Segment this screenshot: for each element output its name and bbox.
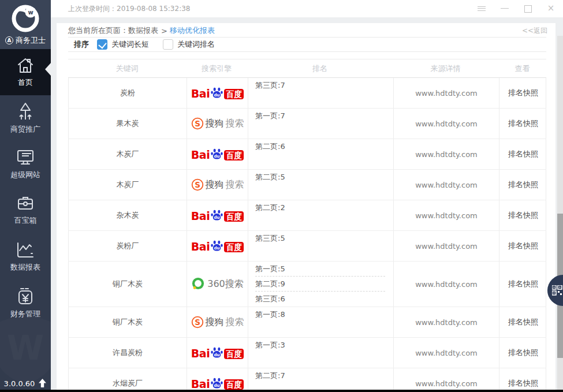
- maximize-icon[interactable]: [524, 5, 532, 13]
- logo-letter: w: [28, 9, 33, 16]
- rank-value: 第三页:7: [255, 78, 385, 93]
- table-row: 水烟炭厂Baidu百度第二页:7www.hdtdty.com排名快照: [68, 368, 546, 392]
- snapshot-link[interactable]: 排名快照: [499, 109, 547, 139]
- table-row: 许昌炭粉Baidu百度第一页:3www.hdtdty.com排名快照: [68, 338, 546, 368]
- qrcode-icon: [552, 285, 562, 296]
- table-row: 炭粉Baidu百度第三页:7www.hdtdty.com排名快照: [68, 78, 546, 109]
- close-icon[interactable]: ×: [547, 5, 555, 13]
- baidu-logo-icon: Baidu百度: [191, 239, 244, 253]
- snapshot-link[interactable]: 排名快照: [499, 338, 547, 368]
- rank-cell: 第一页:3: [248, 338, 393, 368]
- last-login-time: 上次登录时间：2019-08-08 15:32:38: [68, 4, 190, 14]
- sidebar-item-6[interactable]: 财务管理: [0, 280, 51, 326]
- rank-value: 第三页:6: [255, 292, 385, 307]
- keyword-cell: 木炭厂: [69, 139, 187, 169]
- rank-cell: 第三页:5: [248, 231, 393, 261]
- sort-option-2[interactable]: 关键词排名: [163, 39, 215, 50]
- rank-cell: 第二页:5: [248, 170, 393, 200]
- engine-cell: Baidu百度: [187, 78, 248, 108]
- snapshot-link[interactable]: 排名快照: [499, 78, 547, 108]
- rank-cell: 第三页:7: [248, 78, 393, 108]
- menu-icon[interactable]: [478, 5, 486, 13]
- sogou-logo-icon: S搜狗搜索: [191, 117, 244, 130]
- sidebar-nav: 首页商贸推广超级网站百宝箱数据报表财务管理: [0, 49, 51, 326]
- keyword-cell: 杂木炭: [69, 200, 187, 230]
- column-header-5: 查看: [498, 64, 546, 74]
- source-cell: www.hdtdty.com: [393, 170, 499, 200]
- engine-cell: Baidu百度: [187, 139, 248, 169]
- sidebar-item-label: 首页: [18, 77, 33, 88]
- breadcrumb-current-link[interactable]: 移动优化报表: [170, 25, 215, 36]
- sogou-logo-icon: S搜狗搜索: [191, 316, 244, 328]
- keyword-cell: 炭粉: [69, 78, 187, 108]
- table-row: 果木炭S搜狗搜索第一页:7www.hdtdty.com排名快照: [68, 109, 546, 139]
- home-icon: [16, 57, 35, 74]
- engine-cell: S搜狗搜索: [187, 307, 248, 337]
- breadcrumb: 您当前所在页面：数据报表 > 移动优化报表 <<返回: [57, 23, 555, 37]
- checkbox-unchecked-icon[interactable]: [163, 39, 173, 50]
- customer-service-button[interactable]: [547, 275, 563, 306]
- sidebar-item-label: 百宝箱: [14, 215, 37, 226]
- sidebar-item-1[interactable]: 首页: [0, 49, 51, 95]
- engine-cell: S搜狗搜索: [187, 109, 248, 139]
- column-header-3: 排名: [247, 64, 393, 74]
- snapshot-link[interactable]: 排名快照: [499, 231, 547, 261]
- sidebar-item-5[interactable]: 数据报表: [0, 234, 51, 280]
- minimize-icon[interactable]: [501, 5, 509, 13]
- engine-cell: Baidu百度: [187, 200, 248, 230]
- snapshot-link[interactable]: 排名快照: [499, 307, 547, 337]
- bottom-edge: [0, 390, 563, 392]
- snapshot-link[interactable]: 排名快照: [499, 170, 547, 200]
- baidu-logo-icon: Baidu百度: [191, 346, 244, 360]
- snapshot-link[interactable]: 排名快照: [499, 262, 547, 307]
- sidebar-logo-section: w A 商务卫士: [0, 0, 51, 49]
- content-panel: 您当前所在页面：数据报表 > 移动优化报表 <<返回 排序 关键词长短关键词排名…: [57, 23, 555, 392]
- sidebar: w A 商务卫士 首页商贸推广超级网站百宝箱数据报表财务管理 W 3.0.0.6…: [0, 0, 51, 392]
- rank-cell: 第二页:6: [248, 139, 393, 169]
- rank-value: 第二页:7: [255, 368, 385, 383]
- svg-text:du: du: [214, 154, 220, 159]
- snapshot-link[interactable]: 排名快照: [499, 139, 547, 169]
- upgrade-arrow-icon[interactable]: [38, 379, 47, 388]
- rank-cell: 第二页:7: [248, 368, 393, 392]
- svg-text:S: S: [195, 180, 200, 189]
- rank-cell: 第一页:8: [248, 307, 393, 337]
- svg-text:du: du: [214, 245, 220, 251]
- back-link[interactable]: <<返回: [522, 26, 547, 36]
- keyword-cell: 木炭厂: [69, 170, 187, 200]
- snapshot-link[interactable]: 排名快照: [499, 200, 547, 230]
- keyword-cell: 果木炭: [69, 109, 187, 139]
- website-icon: [16, 149, 35, 166]
- source-cell: www.hdtdty.com: [393, 307, 499, 337]
- sidebar-item-4[interactable]: 百宝箱: [0, 188, 51, 234]
- rank-cell: 第一页:7: [248, 109, 393, 139]
- column-header-4: 来源详情: [393, 64, 498, 74]
- breadcrumb-prefix: 您当前所在页面：数据报表: [68, 25, 158, 36]
- source-cell: www.hdtdty.com: [393, 368, 499, 392]
- sidebar-item-2[interactable]: 商贸推广: [0, 95, 51, 141]
- keyword-cell: 水烟炭厂: [69, 368, 187, 392]
- rank-value: 第二页:5: [255, 170, 385, 185]
- breadcrumb-separator: >: [161, 27, 167, 35]
- rank-cell: 第二页:2: [248, 200, 393, 230]
- brand-badge-icon: A: [5, 36, 13, 44]
- checkbox-checked-icon[interactable]: [97, 39, 107, 50]
- baidu-logo-icon: Baidu百度: [191, 86, 244, 100]
- baidu-logo-icon: Baidu百度: [191, 208, 244, 222]
- source-cell: www.hdtdty.com: [393, 231, 499, 261]
- column-header-1: 关键词: [68, 64, 186, 74]
- sidebar-item-3[interactable]: 超级网站: [0, 141, 51, 188]
- report-icon: [16, 241, 35, 259]
- sort-option-1[interactable]: 关键词长短: [97, 39, 149, 50]
- app-window: { "window": { "last_login": "上次登录时间：2019…: [0, 0, 563, 392]
- keyword-cell: 炭粉厂: [69, 231, 187, 261]
- vertical-scrollbar[interactable]: [557, 36, 563, 392]
- snapshot-link[interactable]: 排名快照: [499, 368, 547, 392]
- rank-value: 第一页:8: [255, 307, 385, 322]
- sidebar-item-label: 数据报表: [10, 262, 40, 272]
- svg-text:du: du: [214, 92, 220, 98]
- rank-value: 第一页:3: [255, 338, 385, 353]
- brand-name: 商务卫士: [16, 35, 46, 46]
- svg-text:du: du: [214, 215, 220, 220]
- table-row: 杂木炭Baidu百度第二页:2www.hdtdty.com排名快照: [68, 200, 546, 231]
